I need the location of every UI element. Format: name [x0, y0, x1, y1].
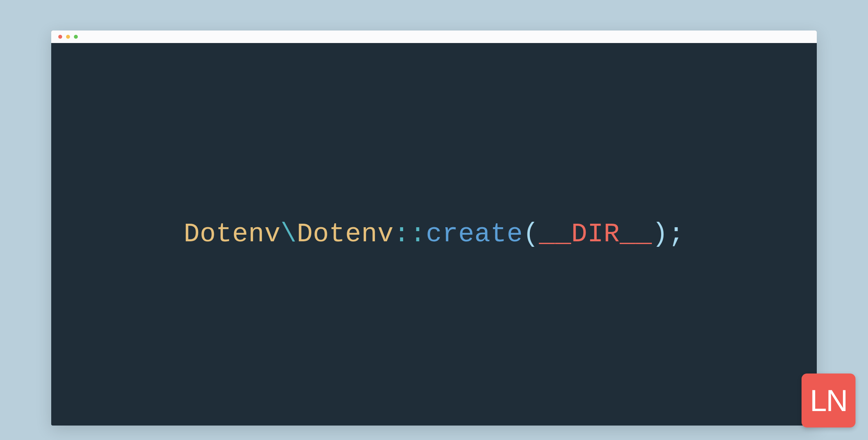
- code-token-backslash: \: [281, 219, 297, 249]
- code-token-paren-close: ): [652, 219, 668, 249]
- code-line: Dotenv\Dotenv::create(__DIR__);: [184, 219, 685, 249]
- logo-text: LN: [810, 385, 847, 416]
- code-token-method: create: [426, 219, 523, 249]
- minimize-icon[interactable]: [66, 35, 70, 39]
- maximize-icon[interactable]: [74, 35, 78, 39]
- window-titlebar: [51, 31, 817, 43]
- code-token-scope: ::: [394, 219, 426, 249]
- code-editor-area: Dotenv\Dotenv::create(__DIR__);: [51, 43, 817, 426]
- code-token-semicolon: ;: [668, 219, 684, 249]
- logo-badge: LN: [802, 374, 855, 427]
- code-token-constant: __DIR__: [539, 219, 652, 249]
- close-icon[interactable]: [58, 35, 62, 39]
- code-token-paren-open: (: [523, 219, 539, 249]
- code-token-namespace: Dotenv: [184, 219, 281, 249]
- editor-window: Dotenv\Dotenv::create(__DIR__);: [51, 31, 817, 426]
- code-token-class: Dotenv: [297, 219, 394, 249]
